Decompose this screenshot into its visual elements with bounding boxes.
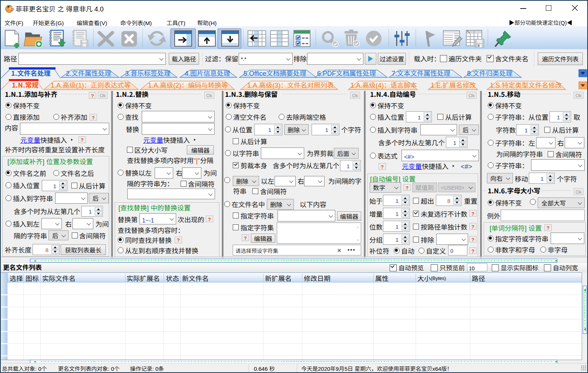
svg-text:1.A.高级(3)：文件名对照列表: 1.A.高级(3)：文件名对照列表 — [247, 80, 334, 89]
svg-text:7.文本文件属性处理: 7.文本文件属性处理 — [392, 68, 450, 78]
svg-text:1.S.特定类型文件名修改: 1.S.特定类型文件名修改 — [490, 80, 562, 89]
svg-text:1.E.扩展名修改: 1.E.扩展名修改 — [431, 80, 476, 89]
svg-text:8.文件归类处理: 8.文件归类处理 — [467, 68, 513, 78]
svg-text:6.PDF文档属性处理: 6.PDF文档属性处理 — [317, 68, 376, 78]
svg-text:3.音乐标签处理: 3.音乐标签处理 — [125, 68, 171, 78]
svg-text:2.文件属性处理: 2.文件属性处理 — [66, 68, 111, 78]
svg-text:1.A.高级(4)：语言脚本: 1.A.高级(4)：语言脚本 — [350, 80, 417, 89]
svg-text:4.图片信息处理: 4.图片信息处理 — [185, 68, 230, 78]
svg-text:1.A.高级(1)：正则表达式等: 1.A.高级(1)：正则表达式等 — [51, 80, 131, 89]
svg-text:1.A.高级(2)：编码与转换等: 1.A.高级(2)：编码与转换等 — [148, 80, 228, 89]
svg-text:1.文件名处理: 1.文件名处理 — [11, 68, 50, 78]
svg-text:5.Office文档摘要处理: 5.Office文档摘要处理 — [243, 68, 306, 78]
svg-text:1.N.常规: 1.N.常规 — [12, 80, 38, 89]
